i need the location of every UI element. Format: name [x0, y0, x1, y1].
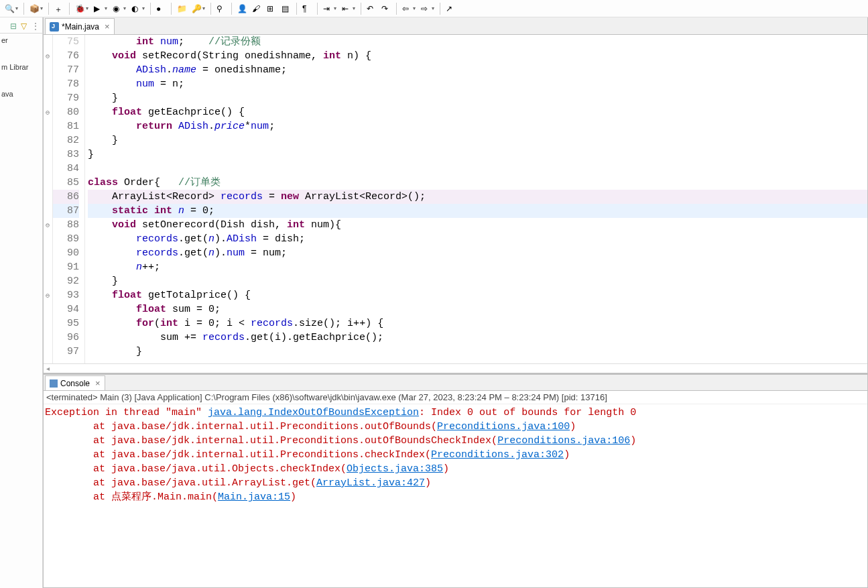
search-icon[interactable]: 🔍▾ [3, 1, 20, 16]
run-icon[interactable]: ▶▾ [92, 1, 109, 16]
console-panel: Console × <terminated> Main (3) [Java Ap… [43, 373, 868, 588]
person-icon[interactable]: 👤 [235, 1, 249, 16]
console-output[interactable]: Exception in thread "main" java.lang.Ind… [44, 404, 867, 587]
main-toolbar: 🔍▾📦▾＋🐞▾▶▾◉▾◐▾●📁🔑▾⚲👤🖌⊞▤¶⇥▾⇤▾↶↷⇦▾⇨▾↗ [0, 0, 868, 17]
forward-icon[interactable]: ⇨▾ [419, 1, 436, 16]
back-icon[interactable]: ⇦▾ [400, 1, 418, 16]
redo-nav-icon[interactable]: ↷ [379, 1, 393, 16]
console-line: at 点菜程序.Main.main(Main.java:15) [45, 490, 866, 504]
console-line: at java.base/jdk.internal.util.Precondit… [45, 420, 866, 434]
debug-icon[interactable]: 🐞▾ [73, 1, 90, 16]
new-icon[interactable]: ＋ [52, 1, 66, 16]
editor-tab-main[interactable]: *Main.java × [45, 18, 115, 34]
console-tab[interactable]: Console × [45, 375, 105, 390]
code-line[interactable]: records.get(n).ADish = dish; [88, 232, 867, 246]
code-line[interactable]: int num; //记录份额 [88, 35, 867, 49]
code-line[interactable]: void setOnerecord(Dish dish, int num){ [88, 218, 867, 232]
key-icon[interactable]: 🔑▾ [190, 1, 207, 16]
code-line[interactable]: } [88, 133, 867, 148]
code-line[interactable] [88, 162, 867, 176]
code-line[interactable]: float getEachprice() { [88, 105, 867, 119]
code-line[interactable]: } [88, 345, 867, 359]
close-icon[interactable]: × [95, 378, 101, 388]
code-line[interactable]: static int n = 0; [88, 204, 867, 218]
wand-icon[interactable]: ⚲ [214, 1, 228, 16]
console-line: at java.base/jdk.internal.util.Precondit… [45, 448, 866, 462]
tree-node[interactable]: ava [1, 90, 41, 98]
code-line[interactable]: void setRecord(String onedishname, int n… [88, 49, 867, 63]
collapse-icon[interactable]: ⊟ [10, 21, 18, 30]
page-icon[interactable]: ▤ [280, 1, 293, 16]
code-line[interactable]: sum += records.get(i).getEachprice(); [88, 331, 867, 345]
tree-node[interactable]: m Librar [1, 63, 41, 71]
scroll-left-icon[interactable]: ◂ [46, 365, 50, 372]
filter-icon[interactable]: ▽ [21, 21, 29, 30]
console-icon [50, 379, 58, 388]
console-line: at java.base/java.util.ArrayList.get(Arr… [45, 476, 866, 490]
console-line: at java.base/jdk.internal.util.Precondit… [45, 434, 866, 448]
console-line: Exception in thread "main" java.lang.Ind… [45, 406, 866, 420]
main-area: ⊟ ▽ ⋮ erm Librarava *Main.java × ⊖⊖⊖⊖ 75… [0, 17, 868, 588]
code-line[interactable]: ADish.name = onedishname; [88, 63, 867, 77]
code-line[interactable]: class Order{ //订单类 [88, 176, 867, 190]
horizontal-scrollbar[interactable]: ◂ [44, 363, 867, 373]
new-project-icon[interactable]: 📁 [175, 1, 188, 16]
editor-panel: *Main.java × ⊖⊖⊖⊖ 7576777879808182838485… [43, 17, 868, 373]
console-tab-title: Console [60, 379, 90, 388]
code-line[interactable]: float getTotalprice() { [88, 288, 867, 302]
run-ext-icon[interactable]: ◐▾ [129, 1, 147, 16]
code-line[interactable]: records.get(n).num = num; [88, 246, 867, 260]
java-file-icon [50, 22, 59, 32]
coverage-icon[interactable]: ◉▾ [111, 1, 128, 16]
package-icon[interactable]: 📦▾ [27, 1, 45, 16]
editor-tab-bar: *Main.java × [44, 17, 867, 35]
close-icon[interactable]: × [105, 21, 110, 32]
package-explorer: ⊟ ▽ ⋮ erm Librarava [0, 17, 43, 588]
right-area: *Main.java × ⊖⊖⊖⊖ 7576777879808182838485… [43, 17, 868, 588]
code-line[interactable]: return ADish.price*num; [88, 119, 867, 133]
code-line[interactable]: } [88, 148, 867, 162]
code-line[interactable]: n++; [88, 260, 867, 274]
undo-nav-icon[interactable]: ↶ [365, 1, 378, 16]
external-icon[interactable]: ↗ [444, 1, 457, 16]
breakpoint-icon[interactable]: ● [154, 1, 168, 16]
code-line[interactable]: float sum = 0; [88, 302, 867, 316]
code-line[interactable]: } [88, 91, 867, 105]
tab-title: *Main.java [62, 22, 99, 32]
tree-node[interactable]: er [1, 36, 41, 44]
console-tab-bar: Console × [44, 375, 867, 391]
step-icon[interactable]: ⇥▾ [321, 1, 338, 16]
code-line[interactable]: ArrayList<Record> records = new ArrayLis… [88, 190, 867, 204]
step2-icon[interactable]: ⇤▾ [340, 1, 357, 16]
form-icon[interactable]: ⊞ [265, 1, 278, 16]
console-line: at java.base/java.util.Objects.checkInde… [45, 462, 866, 476]
link-icon[interactable]: ⋮ [32, 21, 40, 30]
paint-icon[interactable]: 🖌 [250, 1, 263, 16]
console-status: <terminated> Main (3) [Java Application]… [44, 391, 867, 404]
pilcrow-icon[interactable]: ¶ [300, 1, 314, 16]
code-editor[interactable]: ⊖⊖⊖⊖ 75767778798081828384858687888990919… [44, 35, 867, 363]
code-line[interactable]: } [88, 274, 867, 288]
code-line[interactable]: for(int i = 0; i < records.size(); i++) … [88, 316, 867, 331]
code-line[interactable]: num = n; [88, 77, 867, 91]
